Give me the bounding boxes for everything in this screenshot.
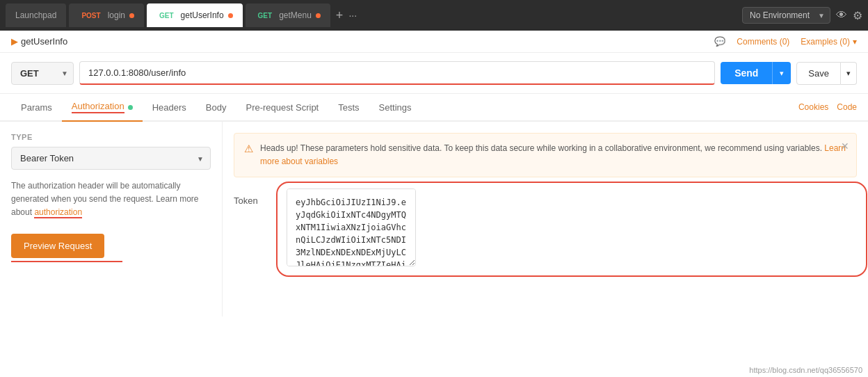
settings-icon[interactable]: ⚙ bbox=[853, 9, 862, 22]
auth-description-text: The authorization header will be automat… bbox=[11, 181, 180, 204]
alert-icon: ⚠ bbox=[244, 143, 253, 155]
get-userinfo-label: getUserInfo bbox=[181, 10, 224, 20]
method-get-badge-userinfo: GET bbox=[156, 11, 177, 20]
tab-tests[interactable]: Tests bbox=[328, 95, 369, 120]
token-row: Token eyJhbGciOiJIUzI1NiJ9.eyJqdGkiOiIxN… bbox=[234, 188, 857, 268]
post-login-dot bbox=[129, 13, 134, 18]
tab-launchpad[interactable]: Launchpad bbox=[6, 3, 66, 27]
tab-params[interactable]: Params bbox=[11, 95, 62, 120]
save-button[interactable]: Save bbox=[796, 62, 841, 85]
tab-settings[interactable]: Settings bbox=[369, 95, 421, 120]
post-login-label: login bbox=[108, 10, 125, 20]
cookies-link[interactable]: Cookies bbox=[798, 102, 828, 112]
settings-label: Settings bbox=[379, 102, 412, 113]
alert-box: ⚠ Heads up! These parameters hold sensit… bbox=[234, 133, 857, 177]
underline-decoration bbox=[11, 261, 122, 262]
alert-message: Heads up! These parameters hold sensitiv… bbox=[260, 143, 824, 153]
tests-label: Tests bbox=[338, 102, 359, 113]
examples-label: Examples (0) bbox=[801, 37, 850, 47]
tab-post-login[interactable]: POST login bbox=[69, 3, 144, 27]
get-menu-label: getMenu bbox=[279, 10, 312, 20]
get-userinfo-dot bbox=[228, 13, 233, 18]
headers-label: Headers bbox=[152, 102, 186, 113]
tab-headers[interactable]: Headers bbox=[143, 95, 196, 120]
breadcrumb-title: getUserInfo bbox=[21, 36, 67, 47]
env-icons: 👁 ⚙ bbox=[836, 9, 862, 22]
content-area: TYPE Bearer Token The authorization head… bbox=[0, 122, 868, 316]
tab-actions: + ··· bbox=[336, 8, 357, 23]
alert-close-button[interactable]: ✕ bbox=[841, 141, 849, 152]
authorization-link[interactable]: authorization bbox=[34, 207, 82, 218]
tabs-right: Cookies Code bbox=[798, 102, 857, 112]
method-get-badge-menu: GET bbox=[255, 11, 275, 20]
type-select[interactable]: Bearer Token bbox=[11, 147, 211, 170]
url-input[interactable] bbox=[79, 61, 715, 85]
authorization-dot bbox=[128, 105, 133, 110]
more-tabs-button[interactable]: ··· bbox=[348, 10, 357, 21]
get-menu-dot bbox=[316, 13, 321, 18]
request-tabs-bar: Params Authorization Headers Body Pre-re… bbox=[0, 94, 868, 122]
token-input-wrapper: eyJhbGciOiJIUzI1NiJ9.eyJqdGkiOiIxNTc4NDg… bbox=[287, 188, 857, 268]
method-select[interactable]: GET bbox=[11, 62, 74, 85]
top-bar: Launchpad POST login GET getUserInfo GET… bbox=[0, 0, 868, 31]
body-label: Body bbox=[206, 102, 227, 113]
type-select-wrapper: Bearer Token bbox=[11, 147, 211, 170]
breadcrumb-arrow: ▶ bbox=[11, 36, 18, 47]
token-input[interactable]: eyJhbGciOiJIUzI1NiJ9.eyJqdGkiOiIxNTc4NDg… bbox=[287, 188, 416, 266]
environment-section: No Environment ▼ 👁 ⚙ bbox=[742, 7, 862, 24]
examples-link[interactable]: Examples (0) ▾ bbox=[801, 37, 857, 47]
send-button[interactable]: Send bbox=[721, 62, 772, 84]
tab-get-userinfo[interactable]: GET getUserInfo bbox=[147, 3, 243, 27]
authorization-label: Authorization bbox=[72, 101, 124, 113]
send-button-group: Send ▾ bbox=[721, 62, 791, 84]
tab-body[interactable]: Body bbox=[196, 95, 236, 120]
chevron-down-icon: ▾ bbox=[853, 37, 857, 47]
launchpad-label: Launchpad bbox=[15, 10, 56, 20]
tab-get-menu[interactable]: GET getMenu bbox=[246, 3, 330, 27]
left-panel: TYPE Bearer Token The authorization head… bbox=[0, 122, 223, 316]
preview-request-button[interactable]: Preview Request bbox=[11, 234, 104, 258]
alert-text: Heads up! These parameters hold sensitiv… bbox=[260, 142, 846, 168]
comments-link[interactable]: Comments (0) bbox=[737, 37, 789, 47]
save-button-group: Save ▾ bbox=[796, 62, 857, 85]
url-bar: GET Send ▾ Save ▾ bbox=[0, 53, 868, 94]
save-dropdown-button[interactable]: ▾ bbox=[841, 62, 857, 85]
authorization-link-text: authorization bbox=[34, 207, 82, 218]
eye-icon[interactable]: 👁 bbox=[836, 9, 847, 22]
send-dropdown-button[interactable]: ▾ bbox=[772, 62, 791, 84]
tab-authorization[interactable]: Authorization bbox=[62, 94, 143, 122]
pre-request-label: Pre-request Script bbox=[246, 102, 319, 113]
right-panel: ⚠ Heads up! These parameters hold sensit… bbox=[223, 122, 868, 316]
auth-description: The authorization header will be automat… bbox=[11, 179, 211, 220]
chat-icon: 💬 bbox=[714, 36, 725, 47]
params-label: Params bbox=[21, 102, 52, 113]
add-tab-button[interactable]: + bbox=[336, 8, 344, 23]
tab-pre-request[interactable]: Pre-request Script bbox=[236, 95, 328, 120]
type-label: TYPE bbox=[11, 133, 211, 141]
breadcrumb: ▶ getUserInfo 💬 Comments (0) Examples (0… bbox=[0, 31, 868, 53]
token-label: Token bbox=[234, 188, 275, 206]
method-post-badge: POST bbox=[79, 11, 103, 20]
method-select-wrapper: GET bbox=[11, 62, 74, 85]
breadcrumb-right: 💬 Comments (0) Examples (0) ▾ bbox=[714, 36, 857, 47]
code-link[interactable]: Code bbox=[837, 102, 857, 112]
environment-select[interactable]: No Environment bbox=[742, 7, 830, 24]
